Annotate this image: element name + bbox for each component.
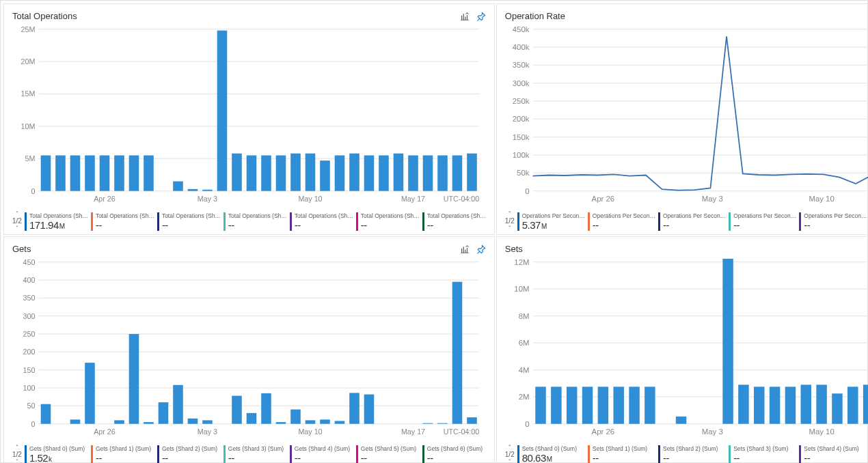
legend-value: --	[804, 219, 867, 231]
chevron-down-icon[interactable]: ˇ	[508, 459, 511, 463]
op_rate-chart[interactable]: 050k100k150k200k250k300k350k400k450kApr …	[505, 24, 868, 208]
legend-item[interactable]: Total Operations (Sh… --	[223, 212, 287, 231]
metrics-icon[interactable]	[460, 244, 470, 254]
chevron-down-icon[interactable]: ˇ	[16, 459, 18, 463]
legend-item[interactable]: Sets (Shard 3) (Sum) --	[729, 445, 796, 463]
svg-rect-142	[676, 417, 686, 424]
legend-label: Sets (Shard 1) (Sum)	[593, 445, 655, 452]
pin-icon[interactable]	[476, 244, 486, 254]
legend-item[interactable]: Gets (Shard 4) (Sum) --	[290, 445, 353, 463]
legend-item[interactable]: Operations Per Secon… --	[729, 212, 796, 231]
svg-rect-25	[247, 156, 257, 191]
legend-label: Gets (Shard 3) (Sum)	[228, 445, 287, 452]
svg-text:350: 350	[23, 294, 36, 302]
svg-rect-13	[55, 156, 66, 191]
legend-value: 80.63M	[522, 452, 585, 463]
legend-item[interactable]: Total Operations (Sh… --	[290, 212, 353, 231]
svg-text:50: 50	[27, 402, 35, 410]
svg-rect-148	[800, 385, 811, 424]
svg-text:0: 0	[31, 186, 35, 195]
svg-rect-38	[437, 156, 448, 191]
metrics-icon[interactable]	[460, 12, 470, 21]
legend-item[interactable]: Gets (Shard 0) (Sum) 1.52k	[25, 445, 88, 463]
tile-header: Operation Rate	[505, 11, 868, 21]
svg-text:300: 300	[23, 312, 36, 320]
tile-actions	[460, 12, 486, 21]
pin-icon[interactable]	[476, 12, 486, 21]
svg-rect-29	[306, 154, 316, 191]
legend-label: Sets (Shard 3) (Sum)	[733, 445, 796, 452]
svg-text:May 3: May 3	[198, 427, 217, 436]
legend-label: Total Operations (Sh…	[96, 212, 154, 219]
svg-text:250: 250	[23, 330, 36, 338]
svg-rect-140	[629, 387, 639, 424]
legend-item[interactable]: Total Operations (Sh… --	[91, 212, 154, 231]
legend-item[interactable]: Total Operations (Sh… --	[422, 212, 486, 231]
svg-text:6M: 6M	[518, 339, 529, 347]
legend-value: --	[228, 219, 287, 231]
legend-label: Total Operations (Sh…	[427, 212, 486, 219]
tile-gets: Gets 050100150200250300350400450Apr 26Ma…	[3, 236, 495, 463]
sets-chart[interactable]: 02M4M6M8M10M12MApr 26May 3May 10May 17UT…	[505, 257, 868, 441]
gets-chart[interactable]: 050100150200250300350400450Apr 26May 3Ma…	[12, 257, 486, 441]
legend-label: Gets (Shard 5) (Sum)	[361, 445, 420, 452]
svg-text:4M: 4M	[518, 366, 529, 374]
chevron-up-icon[interactable]: ˆ	[16, 211, 18, 217]
svg-text:10M: 10M	[514, 285, 529, 293]
tile-header: Total Operations	[12, 11, 486, 21]
svg-text:350k: 350k	[513, 61, 530, 69]
svg-text:50k: 50k	[517, 169, 530, 177]
legend-item[interactable]: Gets (Shard 5) (Sum) --	[356, 445, 420, 463]
legend-label: Total Operations (Sh…	[162, 212, 221, 219]
svg-text:200: 200	[23, 348, 36, 356]
svg-text:10M: 10M	[21, 122, 36, 130]
legend-pager[interactable]: ˆ 1/2 ˇ	[505, 211, 515, 232]
legend-item[interactable]: Sets (Shard 0) (Sum) 80.63M	[517, 445, 585, 463]
legend-item[interactable]: Gets (Shard 2) (Sum) --	[157, 445, 221, 463]
chevron-down-icon[interactable]: ˇ	[508, 225, 511, 232]
legend-item[interactable]: Total Operations (Sh… 171.94M	[25, 212, 88, 231]
svg-rect-33	[364, 156, 375, 191]
svg-rect-139	[613, 387, 623, 424]
svg-rect-96	[144, 423, 154, 425]
svg-rect-17	[114, 156, 124, 191]
legend-value: --	[228, 452, 287, 463]
tile-title: Total Operations	[12, 11, 77, 21]
total_ops-chart[interactable]: 05M10M15M20M25MApr 26May 3May 10May 17UT…	[12, 24, 486, 208]
legend-value: --	[663, 219, 726, 231]
legend-item[interactable]: Sets (Shard 4) (Sum) --	[799, 445, 867, 463]
legend-label: Sets (Shard 2) (Sum)	[663, 445, 726, 452]
svg-text:400k: 400k	[513, 43, 530, 51]
chevron-up-icon[interactable]: ˆ	[508, 445, 511, 451]
legend-item[interactable]: Gets (Shard 6) (Sum) --	[422, 445, 486, 463]
chart-area: 050k100k150k200k250k300k350k400k450kApr …	[505, 24, 868, 208]
legend-pager[interactable]: ˆ 1/2 ˇ	[12, 445, 22, 463]
legend-pager[interactable]: ˆ 1/2 ˇ	[12, 211, 22, 232]
svg-rect-143	[722, 259, 733, 424]
legend-item[interactable]: Total Operations (Sh… --	[356, 212, 420, 231]
svg-rect-34	[379, 156, 389, 191]
legend-item[interactable]: Sets (Shard 2) (Sum) --	[658, 445, 726, 463]
svg-text:12M: 12M	[514, 258, 529, 266]
legend-value: --	[593, 452, 655, 463]
legend-item[interactable]: Gets (Shard 1) (Sum) --	[91, 445, 154, 463]
chevron-up-icon[interactable]: ˆ	[16, 445, 18, 451]
svg-rect-19	[144, 156, 154, 191]
svg-rect-14	[70, 156, 81, 191]
legend-value: 171.94M	[29, 219, 88, 231]
legend-item[interactable]: Operations Per Secon… --	[658, 212, 726, 231]
legend-item[interactable]: Gets (Shard 3) (Sum) --	[223, 445, 287, 463]
legend-item[interactable]: Operations Per Secon… --	[799, 212, 867, 231]
legend-item[interactable]: Operations Per Secon… 5.37M	[517, 212, 585, 231]
chevron-down-icon[interactable]: ˇ	[16, 225, 18, 232]
svg-text:150k: 150k	[513, 132, 530, 141]
svg-text:200k: 200k	[513, 115, 530, 123]
legend-item[interactable]: Operations Per Secon… --	[588, 212, 655, 231]
legend-pager[interactable]: ˆ 1/2 ˇ	[505, 445, 515, 463]
legend-item[interactable]: Total Operations (Sh… --	[157, 212, 221, 231]
legend-item[interactable]: Sets (Shard 1) (Sum) --	[588, 445, 655, 463]
svg-rect-146	[770, 387, 780, 424]
svg-text:250k: 250k	[513, 97, 530, 105]
chevron-up-icon[interactable]: ˆ	[508, 211, 511, 217]
legend-row: ˆ 1/2 ˇ Total Operations (Sh… 171.94M To…	[12, 211, 486, 232]
